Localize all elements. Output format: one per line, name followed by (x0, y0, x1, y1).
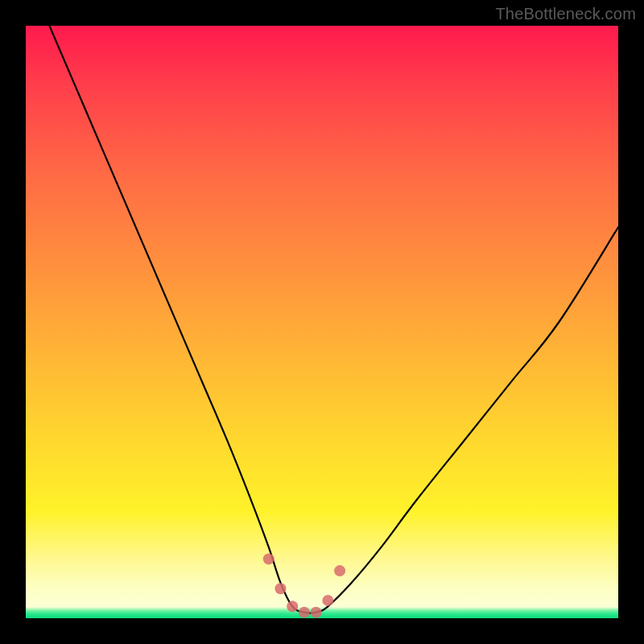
trough-markers (263, 553, 345, 617)
trough-marker (287, 601, 298, 612)
trough-marker (322, 595, 333, 606)
watermark-text: TheBottleneck.com (495, 5, 636, 23)
trough-marker (299, 607, 310, 618)
plot-area (26, 26, 618, 618)
trough-marker (263, 553, 275, 564)
trough-marker (334, 565, 345, 576)
trough-marker (311, 607, 322, 618)
trough-marker (275, 583, 286, 594)
bottleneck-curve-svg (26, 26, 618, 618)
chart-frame: TheBottleneck.com (0, 0, 644, 644)
bottleneck-curve-path (49, 26, 618, 613)
